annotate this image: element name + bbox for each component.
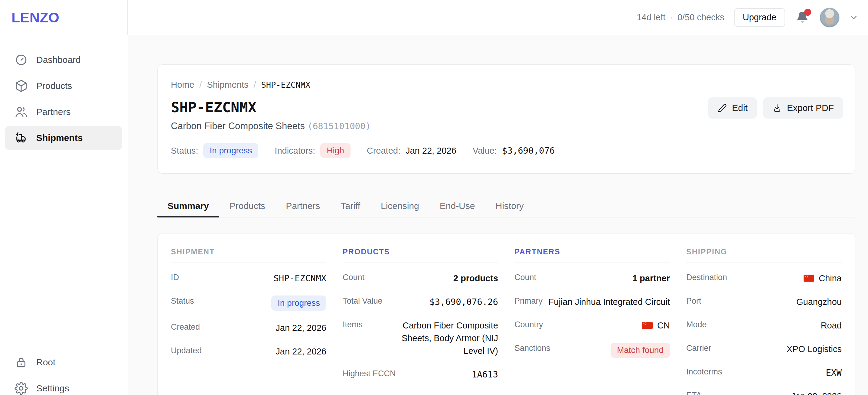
row-label: Created bbox=[171, 322, 200, 332]
indicators-group: Indicators: High bbox=[275, 143, 350, 158]
row-label: Port bbox=[686, 296, 701, 306]
row-label: Highest ECCN bbox=[343, 368, 396, 378]
table-row: Incoterms EXW bbox=[686, 361, 842, 385]
sidebar-item-label: Settings bbox=[36, 383, 69, 394]
row-value: 2 products bbox=[453, 272, 498, 284]
summary-column-shipment: SHIPMENT ID SHP-EZCNMX Status In progres… bbox=[171, 247, 326, 395]
product-name: Carbon Fiber Composite Sheets bbox=[171, 121, 305, 131]
column-title: SHIPPING bbox=[686, 247, 842, 263]
eta-value: Jan 28, 2026 bbox=[791, 390, 842, 395]
sidebar-item-shipments[interactable]: Shipments bbox=[5, 126, 122, 150]
checks-count-text: 0/50 checks bbox=[678, 12, 724, 22]
column-title-link[interactable]: PRODUCTS bbox=[343, 247, 498, 263]
chevron-down-icon[interactable] bbox=[849, 13, 858, 22]
table-row: Sanctions Match found bbox=[515, 337, 670, 363]
sidebar-item-products[interactable]: Products bbox=[5, 74, 122, 98]
trial-days-text: 14d left bbox=[637, 12, 665, 22]
row-value: 1 partner bbox=[632, 272, 670, 284]
sidebar-item-partners[interactable]: Partners bbox=[5, 100, 122, 124]
table-row: Count 1 partner bbox=[515, 267, 670, 290]
created-group: Created: Jan 22, 2026 bbox=[367, 146, 456, 156]
edit-button-label: Edit bbox=[732, 103, 748, 113]
tab-tariff[interactable]: Tariff bbox=[331, 195, 371, 217]
indicator-badge: High bbox=[320, 143, 350, 158]
table-row: Highest ECCN 1A613 bbox=[343, 363, 498, 386]
sidebar-bottom-nav: Root Settings bbox=[5, 350, 122, 395]
tab-history[interactable]: History bbox=[485, 195, 534, 217]
country-value: CN bbox=[642, 319, 670, 332]
cn-flag-icon bbox=[804, 275, 814, 282]
summary-card: SHIPMENT ID SHP-EZCNMX Status In progres… bbox=[157, 233, 855, 395]
export-pdf-button[interactable]: Export PDF bbox=[763, 97, 843, 119]
tab-summary[interactable]: Summary bbox=[157, 195, 219, 217]
status-badge: In progress bbox=[203, 143, 258, 158]
trial-status: 14d left · 0/50 checks bbox=[637, 12, 724, 22]
column-title: SHIPMENT bbox=[171, 247, 326, 263]
notification-badge bbox=[804, 9, 811, 16]
notifications-button[interactable] bbox=[795, 9, 810, 26]
value-amount: $3,690,076 bbox=[502, 146, 555, 156]
sidebar-divider bbox=[127, 0, 128, 35]
tab-end-use[interactable]: End-Use bbox=[430, 195, 486, 217]
row-label: Destination bbox=[686, 272, 727, 282]
sanctions-badge: Match found bbox=[611, 343, 670, 358]
row-value: Jan 22, 2026 bbox=[276, 345, 326, 358]
table-row: ETA Jan 28, 2026 bbox=[686, 385, 842, 395]
brand-logo[interactable]: LENZO bbox=[11, 9, 59, 26]
upgrade-button[interactable]: Upgrade bbox=[734, 8, 785, 27]
created-value: Jan 22, 2026 bbox=[406, 146, 456, 156]
row-label: ID bbox=[171, 272, 179, 282]
breadcrumb-current: SHP-EZCNMX bbox=[261, 80, 311, 90]
row-label: Updated bbox=[171, 345, 202, 355]
separator-dot: · bbox=[670, 12, 673, 22]
destination-country: China bbox=[819, 272, 842, 284]
sidebar: Dashboard Products Partners S bbox=[0, 35, 127, 395]
items-value: Carbon Fiber Composite Sheets, Body Armo… bbox=[380, 319, 498, 357]
incoterms-value: EXW bbox=[826, 366, 842, 379]
table-row: Country CN bbox=[515, 314, 670, 337]
table-row: Count 2 products bbox=[343, 267, 498, 290]
hs-code: (6815101000) bbox=[307, 121, 371, 131]
truck-icon bbox=[14, 131, 28, 145]
tab-licensing[interactable]: Licensing bbox=[371, 195, 430, 217]
status-label: Status: bbox=[171, 146, 198, 156]
edit-button[interactable]: Edit bbox=[708, 97, 757, 119]
summary-column-products: PRODUCTS Count 2 products Total Value $3… bbox=[343, 247, 498, 395]
avatar[interactable] bbox=[819, 7, 840, 28]
table-row: Destination China bbox=[686, 267, 842, 290]
sidebar-item-label: Partners bbox=[36, 107, 70, 117]
table-row: ID SHP-EZCNMX bbox=[171, 267, 326, 290]
sidebar-item-label: Root bbox=[36, 357, 55, 367]
row-label: Primary bbox=[515, 296, 542, 306]
breadcrumb-home[interactable]: Home bbox=[171, 80, 194, 90]
eccn-value: 1A613 bbox=[472, 368, 498, 381]
column-title-link[interactable]: PARTNERS bbox=[515, 247, 670, 263]
port-value: Guangzhou bbox=[796, 296, 842, 308]
sidebar-item-root[interactable]: Root bbox=[5, 350, 122, 374]
tab-partners[interactable]: Partners bbox=[276, 195, 330, 217]
sidebar-item-label: Dashboard bbox=[36, 55, 81, 65]
lock-icon bbox=[14, 356, 28, 369]
row-label: Incoterms bbox=[686, 366, 722, 376]
value-group: Value: $3,690,076 bbox=[473, 146, 555, 156]
carrier-value: XPO Logistics bbox=[787, 343, 842, 355]
summary-column-shipping: SHIPPING Destination China bbox=[686, 247, 842, 395]
created-label: Created: bbox=[367, 146, 400, 156]
header-controls: 14d left · 0/50 checks Upgrade bbox=[637, 7, 858, 28]
sidebar-item-settings[interactable]: Settings bbox=[5, 376, 122, 395]
breadcrumb: Home / Shipments / SHP-EZCNMX bbox=[171, 80, 842, 90]
sidebar-item-dashboard[interactable]: Dashboard bbox=[5, 48, 122, 72]
tab-products[interactable]: Products bbox=[219, 195, 276, 217]
shipment-subtitle: Carbon Fiber Composite Sheets (681510100… bbox=[171, 121, 842, 131]
breadcrumb-separator: / bbox=[199, 80, 202, 90]
table-row: Carrier XPO Logistics bbox=[686, 337, 842, 361]
tab-bar: Summary Products Partners Tariff Licensi… bbox=[157, 195, 855, 217]
shipment-id-value: SHP-EZCNMX bbox=[273, 272, 326, 284]
table-row: Mode Road bbox=[686, 314, 842, 337]
pencil-icon bbox=[717, 103, 727, 113]
package-icon bbox=[14, 79, 28, 93]
breadcrumb-shipments[interactable]: Shipments bbox=[207, 80, 248, 90]
row-label: Items bbox=[343, 319, 363, 329]
table-row: Primary Fujian Jinhua Integrated Circuit bbox=[515, 290, 670, 314]
row-label: ETA bbox=[686, 390, 702, 395]
